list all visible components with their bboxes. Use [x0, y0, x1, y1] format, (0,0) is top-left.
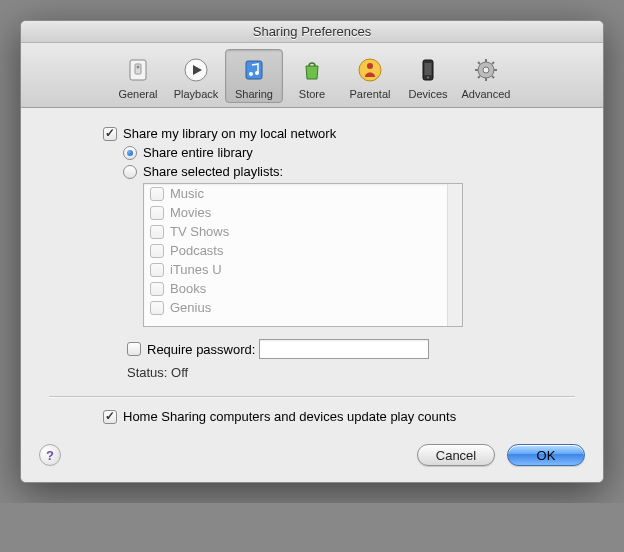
playlist-checkbox [150, 225, 164, 239]
share-selected-label: Share selected playlists: [143, 164, 283, 179]
play-icon [180, 54, 212, 86]
playlist-label: Genius [170, 300, 211, 315]
toolbar-label: Store [299, 88, 325, 100]
share-library-label: Share my library on my local network [123, 126, 336, 141]
playlist-checkbox [150, 206, 164, 220]
svg-line-20 [492, 76, 494, 78]
list-item: TV Shows [144, 222, 462, 241]
footer: ? Cancel OK [21, 438, 603, 482]
playlist-list[interactable]: Music Movies TV Shows Podcasts iTunes U … [143, 183, 463, 327]
svg-point-8 [359, 59, 381, 81]
playlist-checkbox [150, 282, 164, 296]
require-password-label: Require password: [147, 342, 255, 357]
share-selected-radio[interactable] [123, 165, 137, 179]
list-item: Podcasts [144, 241, 462, 260]
divider [49, 396, 575, 397]
toolbar-label: Devices [408, 88, 447, 100]
share-library-checkbox[interactable] [103, 127, 117, 141]
playlist-checkbox [150, 301, 164, 315]
svg-rect-5 [246, 61, 262, 79]
list-item: Music [144, 184, 462, 203]
playlist-checkbox [150, 263, 164, 277]
status-label: Status: [127, 365, 167, 380]
playlist-label: iTunes U [170, 262, 222, 277]
person-warning-icon [354, 54, 386, 86]
toolbar: General Playback Sharing Store Parental [21, 43, 603, 108]
svg-point-9 [367, 63, 373, 69]
svg-line-22 [492, 62, 494, 64]
playlist-label: TV Shows [170, 224, 229, 239]
list-item: Movies [144, 203, 462, 222]
toolbar-tab-advanced[interactable]: Advanced [457, 49, 515, 103]
home-sharing-checkbox[interactable] [103, 410, 117, 424]
music-note-icon [238, 54, 270, 86]
preferences-window: Sharing Preferences General Playback Sha… [20, 20, 604, 483]
playlist-label: Movies [170, 205, 211, 220]
toolbar-label: Parental [350, 88, 391, 100]
share-entire-radio[interactable] [123, 146, 137, 160]
status-value: Off [171, 365, 188, 380]
content-pane: Share my library on my local network Sha… [21, 108, 603, 438]
toolbar-tab-sharing[interactable]: Sharing [225, 49, 283, 103]
home-sharing-label: Home Sharing computers and devices updat… [123, 409, 456, 424]
playlist-checkbox [150, 244, 164, 258]
help-button[interactable]: ? [39, 444, 61, 466]
playlist-label: Music [170, 186, 204, 201]
playlist-checkbox [150, 187, 164, 201]
toolbar-tab-playback[interactable]: Playback [167, 49, 225, 103]
password-field[interactable] [259, 339, 429, 359]
toolbar-tab-parental[interactable]: Parental [341, 49, 399, 103]
toolbar-tab-store[interactable]: Store [283, 49, 341, 103]
toolbar-label: Advanced [462, 88, 511, 100]
svg-line-19 [478, 62, 480, 64]
phone-icon [412, 54, 444, 86]
ok-button[interactable]: OK [507, 444, 585, 466]
share-entire-label: Share entire library [143, 145, 253, 160]
switch-icon [122, 54, 154, 86]
list-item: iTunes U [144, 260, 462, 279]
toolbar-tab-general[interactable]: General [109, 49, 167, 103]
playlist-label: Podcasts [170, 243, 223, 258]
require-password-checkbox[interactable] [127, 342, 141, 356]
svg-line-21 [478, 76, 480, 78]
window-title: Sharing Preferences [21, 21, 603, 43]
svg-point-6 [249, 72, 253, 76]
svg-rect-11 [425, 63, 432, 75]
svg-point-2 [137, 66, 140, 69]
toolbar-label: General [118, 88, 157, 100]
playlist-label: Books [170, 281, 206, 296]
toolbar-tab-devices[interactable]: Devices [399, 49, 457, 103]
toolbar-label: Sharing [235, 88, 273, 100]
svg-point-12 [427, 77, 429, 79]
svg-point-14 [483, 67, 489, 73]
list-item: Books [144, 279, 462, 298]
gear-icon [470, 54, 502, 86]
cancel-button[interactable]: Cancel [417, 444, 495, 466]
list-item: Genius [144, 298, 462, 317]
scrollbar[interactable] [447, 184, 462, 326]
toolbar-label: Playback [174, 88, 219, 100]
shopping-bag-icon [296, 54, 328, 86]
svg-point-7 [255, 71, 259, 75]
